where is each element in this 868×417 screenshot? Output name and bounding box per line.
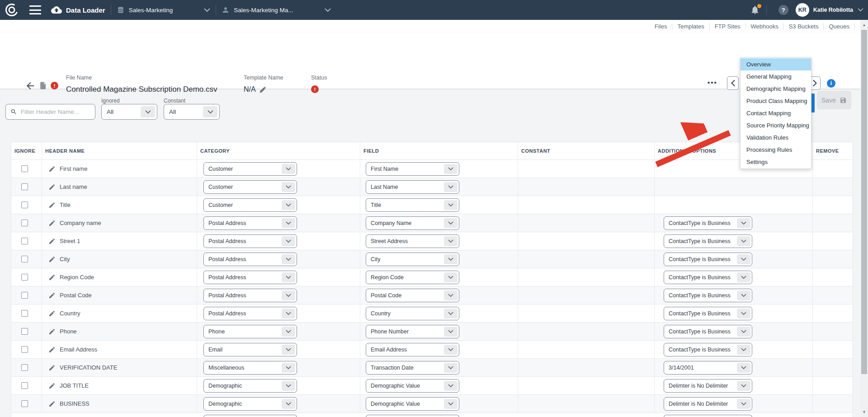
- additional-options-select[interactable]: ContactType is Business: [664, 216, 752, 230]
- edit-pencil-icon[interactable]: [48, 220, 56, 227]
- field-select[interactable]: Title: [366, 198, 459, 212]
- edit-pencil-icon[interactable]: [48, 346, 56, 353]
- ignore-checkbox[interactable]: [21, 274, 28, 281]
- scrollbar-thumb[interactable]: [861, 30, 867, 374]
- section-menu-item[interactable]: Processing Rules: [741, 144, 811, 156]
- subnav-link[interactable]: Webhooks: [746, 23, 784, 30]
- section-menu-item[interactable]: Demographic Mapping: [741, 83, 811, 95]
- edit-pencil-icon[interactable]: [48, 201, 56, 209]
- category-select[interactable]: Postal Address: [203, 271, 297, 284]
- edit-pencil-icon[interactable]: [48, 256, 56, 263]
- field-select[interactable]: City: [366, 253, 459, 266]
- ignore-checkbox[interactable]: [21, 382, 28, 389]
- subnav-link[interactable]: S3 Buckets: [784, 23, 824, 30]
- field-select[interactable]: Demographic Value: [366, 379, 459, 393]
- edit-pencil-icon[interactable]: [48, 382, 56, 389]
- additional-options-select[interactable]: Delimter is No Delimiter: [664, 397, 752, 411]
- ignore-checkbox[interactable]: [21, 310, 28, 317]
- profile-selector[interactable]: Sales-Marketing Ma...: [222, 6, 330, 14]
- vertical-scrollbar[interactable]: ▲ ▼: [860, 20, 868, 417]
- additional-options-select[interactable]: 3/14/2001: [664, 361, 752, 375]
- ignore-checkbox[interactable]: [21, 292, 28, 299]
- previous-section-button[interactable]: [727, 76, 739, 90]
- hamburger-menu-icon[interactable]: [29, 5, 41, 14]
- category-select[interactable]: Postal Address: [203, 289, 297, 302]
- field-select[interactable]: Transaction Date: [366, 361, 459, 375]
- more-options-button[interactable]: •••: [708, 79, 717, 86]
- edit-pencil-icon[interactable]: [259, 86, 267, 94]
- edit-pencil-icon[interactable]: [48, 400, 56, 408]
- edit-pencil-icon[interactable]: [48, 274, 56, 281]
- ignore-checkbox[interactable]: [21, 238, 28, 244]
- field-select[interactable]: Country: [366, 307, 459, 320]
- section-menu-item[interactable]: Validation Rules: [741, 131, 811, 144]
- field-select[interactable]: Phone Number: [366, 325, 459, 338]
- filter-header-name-input[interactable]: [21, 108, 84, 115]
- help-icon[interactable]: ?: [778, 5, 788, 15]
- additional-options-select[interactable]: ContactType is Business: [664, 307, 752, 320]
- category-select[interactable]: Demographic: [203, 397, 297, 411]
- database-selector[interactable]: Sales-Marketing: [117, 6, 211, 14]
- field-select[interactable]: Street Address: [366, 234, 459, 248]
- scroll-up-arrow-icon[interactable]: ▲: [860, 21, 868, 28]
- additional-options-select[interactable]: ContactType is Business: [664, 325, 752, 338]
- status-error-icon[interactable]: !: [311, 85, 319, 93]
- info-icon[interactable]: i: [827, 79, 835, 88]
- edit-pencil-icon[interactable]: [48, 238, 56, 245]
- field-select[interactable]: First Name: [366, 162, 459, 176]
- ignore-checkbox[interactable]: [21, 400, 28, 407]
- category-select[interactable]: Customer: [203, 162, 297, 176]
- ignore-checkbox[interactable]: [21, 346, 28, 353]
- additional-options-select[interactable]: ContactType is Business: [664, 271, 752, 284]
- category-select[interactable]: Demographic: [203, 379, 297, 393]
- constant-filter-select[interactable]: All: [164, 104, 220, 120]
- file-error-icon[interactable]: !: [51, 82, 58, 89]
- category-select[interactable]: Customer: [203, 198, 297, 212]
- additional-options-select[interactable]: ContactType is Business: [664, 234, 752, 248]
- additional-options-select[interactable]: ContactType is Business: [664, 253, 752, 266]
- app-home-link[interactable]: Data Loader: [51, 5, 105, 15]
- category-select[interactable]: Postal Address: [203, 253, 297, 266]
- section-menu-item[interactable]: Overview: [741, 58, 811, 70]
- additional-options-select[interactable]: Delimter is No Delimiter: [664, 379, 752, 393]
- additional-options-select[interactable]: ContactType is Business: [664, 343, 752, 356]
- field-select[interactable]: [366, 415, 459, 417]
- category-select[interactable]: [203, 415, 297, 417]
- ignore-checkbox[interactable]: [21, 328, 28, 335]
- section-menu-item[interactable]: Settings: [741, 156, 811, 168]
- section-menu-item[interactable]: Source Priority Mapping: [741, 119, 811, 131]
- field-select[interactable]: Demographic Value: [366, 397, 459, 411]
- ignore-checkbox[interactable]: [21, 220, 28, 226]
- subnav-link[interactable]: Queues: [824, 23, 855, 30]
- ignore-checkbox[interactable]: [21, 201, 28, 208]
- ignore-checkbox[interactable]: [21, 364, 28, 371]
- category-select[interactable]: Postal Address: [203, 234, 297, 248]
- category-select[interactable]: Miscellaneous: [203, 361, 297, 375]
- chevron-down-icon[interactable]: [858, 8, 863, 12]
- category-select[interactable]: Email: [203, 343, 297, 356]
- section-menu-item[interactable]: Product Class Mapping: [741, 95, 811, 107]
- subnav-link[interactable]: Templates: [672, 23, 709, 30]
- category-select[interactable]: Customer: [203, 180, 297, 194]
- subnav-link[interactable]: Files: [650, 23, 672, 30]
- category-select[interactable]: Postal Address: [203, 216, 297, 230]
- subnav-link[interactable]: FTP Sites: [710, 23, 746, 30]
- field-select[interactable]: Email Address: [366, 343, 459, 356]
- section-menu-item[interactable]: General Mapping: [741, 70, 811, 83]
- field-select[interactable]: Region Code: [366, 271, 459, 284]
- category-select[interactable]: Postal Address: [203, 307, 297, 320]
- category-select[interactable]: Phone: [203, 325, 297, 338]
- document-icon[interactable]: [39, 81, 47, 90]
- back-arrow-icon[interactable]: [25, 80, 36, 91]
- notifications-bell-icon[interactable]: [750, 5, 761, 15]
- section-menu-item[interactable]: Contact Mapping: [741, 107, 811, 119]
- edit-pencil-icon[interactable]: [48, 328, 56, 335]
- edit-pencil-icon[interactable]: [48, 310, 56, 317]
- edit-pencil-icon[interactable]: [48, 183, 56, 191]
- field-select[interactable]: Last Name: [366, 180, 459, 194]
- ignore-checkbox[interactable]: [21, 165, 28, 172]
- additional-options-select[interactable]: ContactType is Business: [664, 289, 752, 302]
- field-select[interactable]: Company Name: [366, 216, 459, 230]
- additional-options-select[interactable]: [664, 415, 752, 417]
- ignore-checkbox[interactable]: [21, 256, 28, 262]
